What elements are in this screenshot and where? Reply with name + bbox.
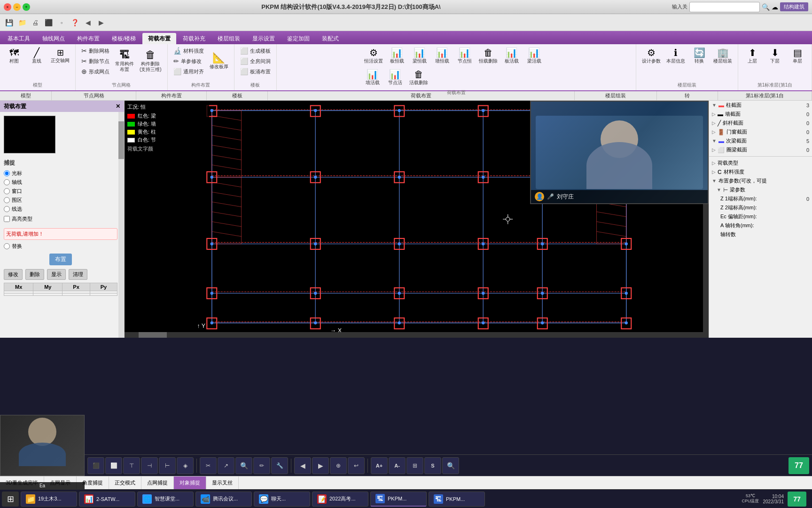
axis-option[interactable]: 轴线 [4, 179, 117, 186]
font-up-btn[interactable]: A+ [371, 457, 388, 474]
search-view-btn[interactable]: 🔍 [442, 457, 459, 474]
taskbar-item-5[interactable]: 💬 聊天... [254, 492, 310, 507]
block-btn[interactable]: ⬛ [43, 17, 54, 28]
refresh1-btn[interactable]: ◦ [56, 17, 67, 28]
taskbar-item-8[interactable]: 🏗 PKPM... [429, 492, 485, 507]
grid-view-btn[interactable]: ⊞ [406, 457, 423, 474]
close-button[interactable]: × [4, 3, 11, 11]
common-component-btn[interactable]: 🏗 常用构件布置 [113, 48, 136, 74]
tab-floor-slab[interactable]: 楼板/楼梯 [106, 33, 141, 44]
font-down-btn[interactable]: A- [389, 457, 406, 474]
undo-nav-btn[interactable]: ↩ [348, 457, 365, 474]
maximize-button[interactable]: + [23, 3, 30, 11]
taskbar-item-1[interactable]: 📁 19土木3... [21, 492, 77, 507]
cloud-icon[interactable]: ☁ [772, 3, 778, 11]
tab-component-layout[interactable]: 构件布置 [71, 33, 105, 44]
rp-load-type[interactable]: ▷ 荷载类型 [709, 159, 812, 167]
full-room-hole-btn[interactable]: ⬜全房间洞 [238, 56, 273, 66]
orthogonal-btn[interactable]: ⊞ 正交轴网 [49, 47, 71, 65]
beam-dead-load-btn[interactable]: 📊 梁恒载 [409, 46, 430, 66]
floor-assembly-btn[interactable]: 🏢 楼层组装 [711, 46, 734, 66]
tab-axis-nodes[interactable]: 轴线网点 [37, 33, 70, 44]
highlight-type-checkbox[interactable]: 高亮类型 [4, 215, 117, 222]
canvas-area[interactable]: 工况: 恒 红色: 梁 绿色: 墙 黄色: 柱 白色: 节 荷载文字颜 🎤 [125, 101, 709, 338]
node-live-load-btn[interactable]: 📊 节点活 [385, 68, 406, 87]
save-btn[interactable]: 💾 [4, 17, 14, 28]
cursor-option[interactable]: 光标 [4, 170, 117, 177]
3d-right-btn[interactable]: ⊢ [159, 457, 176, 474]
window-controls[interactable]: × − + [4, 3, 30, 11]
tab-appraisal[interactable]: 鉴定加固 [281, 33, 315, 44]
rp-beam-params[interactable]: ▼ ⊢ 梁参数 [709, 185, 812, 194]
window-option[interactable]: 窗口 [4, 188, 117, 195]
form-node-btn[interactable]: ⊕形成网点 [79, 67, 111, 76]
convert-btn[interactable]: 🔄 转换 [689, 46, 710, 66]
taskbar-item-7[interactable]: 🏗 PKPM... [370, 492, 427, 507]
floor-info-btn[interactable]: ℹ 本层信息 [664, 46, 687, 66]
redo-btn[interactable]: ▶ [96, 17, 106, 28]
node-dead-load-btn[interactable]: 📊 节点恒 [454, 46, 475, 66]
upper-floor-btn[interactable]: ⬆ 上层 [742, 46, 763, 66]
slab-dead-load-btn[interactable]: 📊 板恒载 [387, 46, 407, 66]
search-input[interactable] [689, 2, 760, 12]
scroll-bar[interactable] [118, 112, 124, 338]
clear-btn[interactable]: 清理 [69, 269, 87, 280]
tab-display-settings[interactable]: 显示设置 [247, 33, 281, 44]
open-btn[interactable]: 📁 [17, 17, 27, 28]
zoom-window-btn[interactable]: ↗ [218, 457, 234, 474]
undo-btn[interactable]: ◀ [83, 17, 93, 28]
line-select-option[interactable]: 线选 [4, 206, 117, 213]
canvas-hscroll[interactable] [125, 332, 703, 338]
clip-btn[interactable]: ✂ [200, 457, 217, 474]
3d-perspective-btn[interactable]: ⬛ [87, 457, 104, 474]
canvas-hscroll-thumb[interactable] [139, 332, 167, 338]
rp-diagonal-section[interactable]: ▷ ╱ 斜杆截面 0 [709, 119, 812, 127]
minimize-button[interactable]: − [13, 3, 21, 11]
modify-slab-btn[interactable]: 📐 修改板厚 [208, 51, 230, 71]
replace-radio[interactable]: 替换 [4, 243, 22, 250]
tab-floor-assembly[interactable]: 楼层组装 [212, 33, 246, 44]
delete-btn[interactable]: 删除 [25, 269, 44, 280]
refresh-view-btn[interactable]: ⊕ [330, 457, 347, 474]
status-crosshair[interactable]: 显示叉丝 [206, 476, 239, 489]
tab-load-supplement[interactable]: 荷载补充 [177, 33, 211, 44]
snap-btn[interactable]: S [424, 457, 441, 474]
modify-btn[interactable]: 修改 [4, 269, 23, 280]
help-btn[interactable]: ❓ [70, 17, 80, 28]
taskbar-item-4[interactable]: 📹 腾讯会议... [195, 492, 252, 507]
print-btn[interactable]: 🖨 [30, 17, 40, 28]
search-icon[interactable]: 🔍 [762, 3, 770, 11]
deploy-button[interactable]: 布置 [49, 254, 72, 265]
back-btn[interactable]: ◀ [294, 457, 311, 474]
3d-left-btn[interactable]: ⊣ [141, 457, 158, 474]
taskbar-item-3[interactable]: 🌐 智慧课堂... [137, 492, 194, 507]
fence-option[interactable]: 围区 [4, 197, 117, 204]
rp-ring-beam[interactable]: ▷ ⬜ 圈梁截面 0 [709, 145, 812, 154]
dead-active-settings-btn[interactable]: ⚙ 恒活设置 [362, 46, 385, 66]
structure-button[interactable]: 结构建筑 [780, 2, 808, 11]
3d-iso-btn[interactable]: ◈ [177, 457, 194, 474]
component-delete-btn[interactable]: 🗑 构件删除(支持三维) [138, 48, 164, 74]
lower-floor-btn[interactable]: ⬇ 下层 [765, 46, 785, 66]
rp-column-section[interactable]: ▼ ▬ 柱截面 3 [709, 101, 812, 110]
rp-material-strength[interactable]: ▷ C 材料强度 [709, 167, 812, 176]
edit-tools-btn[interactable]: ✏ [253, 457, 270, 474]
display-btn[interactable]: 显示 [47, 269, 66, 280]
forward-btn[interactable]: ▶ [312, 457, 329, 474]
dead-delete-btn[interactable]: 🗑 恒载删除 [477, 46, 500, 66]
scroll-thumb[interactable] [118, 121, 124, 159]
wall-live-load-btn[interactable]: 📊 墙活载 [362, 68, 383, 87]
beam-live-load-btn[interactable]: 📊 梁活载 [524, 46, 545, 66]
zoom-btn[interactable]: 🔍 [235, 457, 252, 474]
taskbar-item-6[interactable]: 📝 2022高考... [312, 492, 368, 507]
single-param-btn[interactable]: ✏单参修改 [172, 56, 206, 66]
material-strength-btn[interactable]: 🔬材料强度 [172, 46, 206, 56]
3d-top-btn[interactable]: ⊤ [123, 457, 140, 474]
tab-basic-tools[interactable]: 基本工具 [2, 33, 36, 44]
3d-box-btn[interactable]: ⬜ [105, 457, 122, 474]
slab-live-load-btn[interactable]: 📊 板活载 [501, 46, 522, 66]
design-params-btn[interactable]: ⚙ 设计参数 [640, 46, 663, 66]
status-ortho[interactable]: 正交模式 [109, 476, 141, 489]
gen-slab-btn[interactable]: ⬜生成楼板 [238, 46, 273, 56]
line-btn[interactable]: ╱ 直线 [26, 46, 47, 66]
